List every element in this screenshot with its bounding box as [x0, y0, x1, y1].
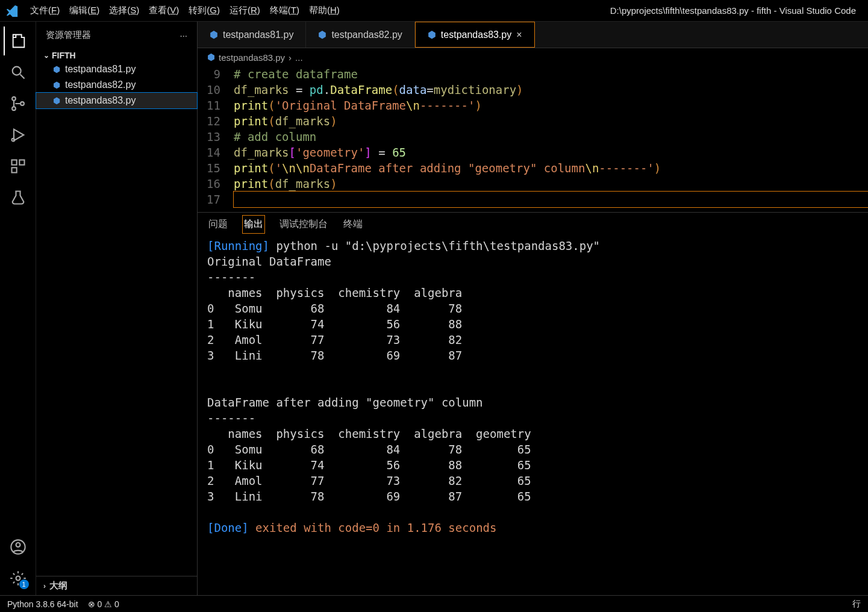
- editor-tab[interactable]: ⬢testpandas81.py: [198, 22, 306, 48]
- code-content[interactable]: print(df_marks): [234, 113, 868, 129]
- explorer-icon[interactable]: [4, 27, 33, 55]
- editor-tab[interactable]: ⬢testpandas83.py×: [415, 22, 535, 48]
- output-panel[interactable]: [Running] python -u "d:\pyprojects\fifth…: [198, 236, 868, 595]
- extensions-icon[interactable]: [4, 152, 33, 181]
- svg-rect-5: [11, 160, 16, 165]
- warning-icon: ⚠: [104, 599, 112, 609]
- code-editor[interactable]: 9# create dataframe10df_marks = pd.DataF…: [198, 66, 868, 212]
- chevron-down-icon: ⌄: [43, 51, 49, 60]
- status-python[interactable]: Python 3.8.6 64-bit: [7, 599, 78, 609]
- line-number: 10: [198, 82, 234, 98]
- code-content[interactable]: df_marks = pd.DataFrame(data=mydictionar…: [234, 82, 868, 98]
- editor-tab[interactable]: ⬢testpandas82.py: [306, 22, 414, 48]
- folder-header[interactable]: ⌄ FIFTH: [36, 49, 197, 61]
- python-file-icon: ⬢: [207, 52, 215, 63]
- code-line[interactable]: 14df_marks['geometry'] = 65: [198, 145, 868, 160]
- sidebar-header: 资源管理器 ···: [36, 22, 197, 48]
- code-content[interactable]: df_marks['geometry'] = 65: [234, 145, 868, 160]
- code-line[interactable]: 17: [198, 192, 868, 207]
- svg-point-3: [20, 102, 24, 105]
- tab-label: testpandas83.py: [441, 30, 511, 40]
- code-content[interactable]: print('Original DataFrame\n-------'): [234, 98, 868, 113]
- code-line[interactable]: 13# add column: [198, 129, 868, 145]
- update-badge: 1: [19, 579, 29, 589]
- menu-item[interactable]: 选择(S): [109, 5, 139, 16]
- panel-tab[interactable]: 输出: [242, 215, 265, 234]
- code-content[interactable]: print(df_marks): [234, 176, 868, 192]
- menu-item[interactable]: 文件(F): [30, 5, 60, 16]
- bottom-panel: 问题输出调试控制台终端 [Running] python -u "d:\pypr…: [198, 212, 868, 595]
- settings-gear-icon[interactable]: 1: [4, 564, 33, 593]
- testing-icon[interactable]: [4, 183, 33, 212]
- menu-item[interactable]: 查看(V): [149, 5, 179, 16]
- sidebar: 资源管理器 ··· ⌄ FIFTH ⬢testpandas81.py⬢testp…: [36, 22, 198, 595]
- titlebar: 文件(F)编辑(E)选择(S)查看(V)转到(G)运行(R)终端(T)帮助(H)…: [0, 0, 868, 22]
- code-line[interactable]: 10df_marks = pd.DataFrame(data=mydiction…: [198, 82, 868, 98]
- svg-rect-7: [11, 167, 16, 172]
- python-file-icon: ⬢: [210, 29, 218, 40]
- code-line[interactable]: 9# create dataframe: [198, 66, 868, 82]
- menu-bar: 文件(F)编辑(E)选择(S)查看(V)转到(G)运行(R)终端(T)帮助(H): [25, 5, 345, 16]
- python-file-icon: ⬢: [53, 96, 60, 105]
- window-title: D:\pyprojects\fifth\testpandas83.py - fi…: [345, 5, 863, 16]
- search-icon[interactable]: [4, 58, 33, 87]
- code-line[interactable]: 16print(df_marks): [198, 176, 868, 192]
- activity-bar: 1: [0, 22, 36, 595]
- python-file-icon: ⬢: [318, 29, 326, 40]
- editor-tabs: ⬢testpandas81.py⬢testpandas82.py⬢testpan…: [198, 22, 868, 48]
- panel-tab[interactable]: 终端: [342, 216, 364, 233]
- svg-point-10: [16, 576, 20, 581]
- line-number: 16: [198, 176, 234, 192]
- line-number: 9: [198, 66, 234, 82]
- error-icon: ⊗: [88, 599, 95, 609]
- code-content[interactable]: [234, 192, 868, 207]
- status-bar: Python 3.8.6 64-bit ⊗ 0 ⚠ 0 行: [0, 595, 868, 612]
- python-file-icon: ⬢: [53, 80, 60, 90]
- menu-item[interactable]: 终端(T): [270, 5, 299, 16]
- tab-label: testpandas81.py: [223, 30, 293, 40]
- line-number: 17: [198, 192, 234, 207]
- line-number: 14: [198, 145, 234, 160]
- breadcrumb-sep: ›: [289, 52, 292, 63]
- menu-item[interactable]: 转到(G): [189, 5, 220, 16]
- run-debug-icon[interactable]: [4, 120, 33, 149]
- file-item[interactable]: ⬢testpandas82.py: [36, 77, 197, 93]
- file-item[interactable]: ⬢testpandas83.py: [36, 93, 197, 108]
- svg-point-2: [12, 107, 16, 110]
- breadcrumb-file: testpandas83.py: [219, 52, 285, 63]
- close-icon[interactable]: ×: [516, 30, 522, 40]
- svg-point-9: [16, 543, 20, 547]
- source-control-icon[interactable]: [4, 89, 33, 118]
- code-line[interactable]: 12print(df_marks): [198, 113, 868, 129]
- line-number: 15: [198, 160, 234, 176]
- file-name: testpandas81.py: [65, 64, 136, 75]
- panel-tab[interactable]: 问题: [207, 216, 229, 233]
- menu-item[interactable]: 帮助(H): [309, 5, 340, 16]
- chevron-right-icon: ›: [43, 582, 46, 590]
- code-content[interactable]: # add column: [234, 129, 868, 145]
- menu-item[interactable]: 运行(R): [229, 5, 260, 16]
- line-number: 13: [198, 129, 234, 145]
- status-problems[interactable]: ⊗ 0 ⚠ 0: [88, 599, 119, 609]
- code-content[interactable]: # create dataframe: [234, 66, 868, 82]
- folder-name: FIFTH: [52, 51, 76, 60]
- outline-label: 大纲: [49, 580, 67, 592]
- panel-tabs: 问题输出调试控制台终端: [198, 213, 868, 236]
- line-number: 12: [198, 113, 234, 129]
- account-icon[interactable]: [4, 532, 33, 561]
- code-content[interactable]: print('\n\nDataFrame after adding "geome…: [234, 160, 868, 176]
- svg-point-1: [12, 97, 16, 101]
- file-name: testpandas82.py: [65, 80, 136, 90]
- breadcrumb-rest: ...: [295, 52, 303, 63]
- more-icon[interactable]: ···: [180, 30, 187, 40]
- code-line[interactable]: 15print('\n\nDataFrame after adding "geo…: [198, 160, 868, 176]
- code-line[interactable]: 11print('Original DataFrame\n-------'): [198, 98, 868, 113]
- breadcrumb[interactable]: ⬢ testpandas83.py › ...: [198, 48, 868, 66]
- panel-tab[interactable]: 调试控制台: [278, 216, 329, 233]
- file-item[interactable]: ⬢testpandas81.py: [36, 61, 197, 77]
- status-line[interactable]: 行: [852, 599, 861, 610]
- svg-point-4: [11, 139, 14, 142]
- menu-item[interactable]: 编辑(E): [69, 5, 99, 16]
- sidebar-title: 资源管理器: [46, 30, 91, 41]
- outline-section[interactable]: › 大纲: [36, 576, 197, 595]
